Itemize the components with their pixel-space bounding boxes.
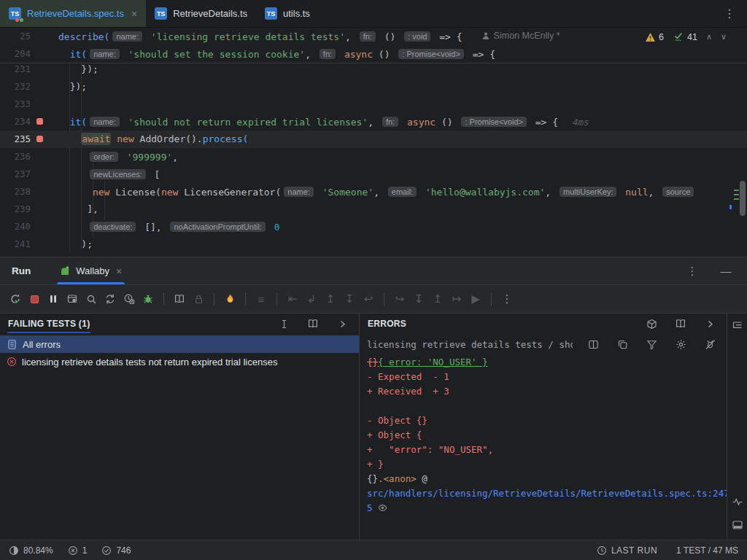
- error-breadcrumb[interactable]: licensing retrieve details tests / shoul…: [367, 339, 573, 350]
- failing-test-marker-icon[interactable]: [36, 131, 48, 148]
- restore-layout-icon[interactable]: [63, 291, 82, 307]
- error-breadcrumb-row: licensing retrieve details tests / shoul…: [360, 334, 727, 354]
- failing-test-marker-icon[interactable]: [36, 113, 48, 131]
- rerun-failed-icon[interactable]: [101, 291, 120, 307]
- step-into-back-icon[interactable]: ↲: [302, 291, 321, 307]
- console-icon[interactable]: [732, 519, 743, 531]
- line-number: 233: [0, 96, 36, 113]
- editor-line-239[interactable]: 239 ],: [0, 201, 747, 218]
- editor-line-235[interactable]: 235 await new AddOrder().process(: [0, 131, 747, 148]
- passed-checks-indicator[interactable]: 41: [673, 31, 697, 42]
- side-by-side-icon[interactable]: [584, 336, 603, 352]
- scrollbar-caret-mark: [729, 205, 732, 209]
- editor-line-232[interactable]: 232 });: [0, 78, 747, 96]
- editor-line-238[interactable]: 238 new License(new LicenseGenerator(nam…: [0, 183, 747, 201]
- tab-label: RetrieveDetails.spec.ts: [27, 8, 124, 19]
- chevron-right-icon[interactable]: [700, 316, 719, 332]
- next-problem-icon[interactable]: ∨: [721, 32, 727, 42]
- editor-line-25[interactable]: 25describe(name: 'licensing retrieve det…: [0, 28, 747, 45]
- stack-trace-link[interactable]: src/handlers/licensing/RetrieveDetails/R…: [367, 488, 727, 499]
- package-icon[interactable]: [642, 316, 661, 332]
- code-text: it(name: 'should not return expired tria…: [58, 113, 589, 131]
- editor-line-241[interactable]: 241 );: [0, 236, 747, 253]
- scrollbar-change-mark: [734, 190, 739, 191]
- filter-icon[interactable]: [642, 336, 661, 352]
- toolbar-group: ⇤↲↥↧↩: [283, 291, 378, 307]
- errors-header: ERRORS: [360, 314, 727, 334]
- failing-test-item[interactable]: licensing retrieve details tests not ret…: [0, 353, 359, 370]
- eye-icon[interactable]: [373, 502, 387, 513]
- prev-problem-icon[interactable]: ∧: [706, 32, 712, 42]
- chevron-right-icon[interactable]: [333, 316, 352, 332]
- close-icon[interactable]: ×: [116, 265, 122, 277]
- step-out-back-icon[interactable]: ↥: [321, 291, 340, 307]
- line-number: 204: [0, 45, 36, 63]
- settings-gear-icon[interactable]: [671, 336, 690, 352]
- error-output: {}{ error: 'NO_USER' }- Expected - 1+ Re…: [360, 354, 727, 516]
- status-coverage-percent[interactable]: 80.84%: [9, 545, 53, 556]
- toolbar-group: ≡: [252, 291, 271, 307]
- failing-tests-title: FAILING TESTS (1): [7, 315, 90, 333]
- code-text: );: [58, 236, 93, 253]
- toolbar-group: ⋮: [498, 291, 516, 307]
- more-icon[interactable]: ⋮: [683, 263, 702, 279]
- toolbar-separator: [245, 292, 246, 306]
- status-bar: 80.84%1746 LAST RUN1 TEST / 47 MS: [0, 540, 747, 560]
- run-to-cursor-icon[interactable]: ↦: [447, 291, 466, 307]
- editor-line-204[interactable]: 204 it(name: 'should set the session coo…: [0, 45, 747, 63]
- editor-line-234[interactable]: 234 it(name: 'should not return expired …: [0, 113, 747, 131]
- find-icon[interactable]: [82, 291, 101, 307]
- rerun-icon[interactable]: [6, 291, 25, 307]
- stop-icon[interactable]: [25, 291, 44, 307]
- map-icon[interactable]: [303, 316, 322, 332]
- pause-icon[interactable]: [44, 291, 63, 307]
- status-passed-count[interactable]: 746: [101, 545, 131, 556]
- step-back-icon[interactable]: ⇤: [283, 291, 302, 307]
- smart-start-icon[interactable]: [220, 291, 239, 307]
- editor-scrollbar[interactable]: [740, 181, 746, 216]
- hide-icon[interactable]: —: [716, 263, 735, 279]
- scrollbar-change-mark: [734, 194, 739, 195]
- tab-retrievedetails[interactable]: TS RetrieveDetails.ts: [146, 0, 256, 27]
- tab-options-kebab-icon[interactable]: ⋮: [712, 0, 747, 27]
- step-over-back-icon[interactable]: ↧: [340, 291, 359, 307]
- all-errors-item[interactable]: All errors: [0, 335, 359, 353]
- step-over-icon[interactable]: ↪: [390, 291, 409, 307]
- tab-utils[interactable]: TS utils.ts: [256, 0, 319, 27]
- view-options-icon[interactable]: ≡: [252, 291, 271, 307]
- toolbar-more-icon[interactable]: ⋮: [498, 291, 516, 307]
- ibeam-cursor-icon[interactable]: [274, 316, 293, 332]
- editor-line-237[interactable]: 237 newLicenses: [: [0, 166, 747, 183]
- step-out-icon[interactable]: ↥: [428, 291, 447, 307]
- map-icon[interactable]: [671, 316, 690, 332]
- debug-icon[interactable]: [139, 291, 158, 307]
- status-run-summary[interactable]: 1 TEST / 47 MS: [676, 545, 738, 556]
- close-icon[interactable]: ×: [131, 8, 137, 20]
- resume-icon[interactable]: ▶: [466, 291, 485, 307]
- status-failed-count[interactable]: 1: [68, 545, 88, 556]
- lock-icon[interactable]: [189, 291, 208, 307]
- errors-header-icons: [642, 316, 719, 332]
- stack-trace-link[interactable]: 5: [367, 502, 373, 513]
- failing-tests-header-icons: [274, 316, 352, 332]
- tab-wallaby[interactable]: Wallaby ×: [53, 257, 129, 284]
- docs-book-icon[interactable]: [170, 291, 189, 307]
- code-editor[interactable]: 231 });232 });233234 it(name: 'should no…: [0, 28, 747, 257]
- step-into-icon[interactable]: ↧: [409, 291, 428, 307]
- editor-tab-bar: TS RetrieveDetails.spec.ts × TS Retrieve…: [0, 0, 747, 28]
- warnings-indicator[interactable]: 6: [645, 32, 664, 42]
- profiler-icon[interactable]: [732, 496, 743, 508]
- tab-label: RetrieveDetails.ts: [173, 8, 247, 19]
- output-line: + Received + 3: [367, 384, 719, 399]
- editor-line-240[interactable]: 240 deactivate: [], noActivationPromptUn…: [0, 218, 747, 236]
- copy-icon[interactable]: [613, 336, 632, 352]
- structure-icon[interactable]: [732, 320, 743, 332]
- status-last-run[interactable]: LAST RUN: [597, 545, 657, 556]
- rollback-icon[interactable]: ↩: [359, 291, 378, 307]
- editor-line-233[interactable]: 233: [0, 96, 747, 113]
- editor-line-236[interactable]: 236 order: '999999',: [0, 148, 747, 166]
- mute-bug-icon[interactable]: [700, 336, 719, 352]
- profile-icon[interactable]: [120, 291, 139, 307]
- line-number: 234: [0, 113, 36, 131]
- tab-retrievedetails-spec[interactable]: TS RetrieveDetails.spec.ts ×: [0, 0, 146, 27]
